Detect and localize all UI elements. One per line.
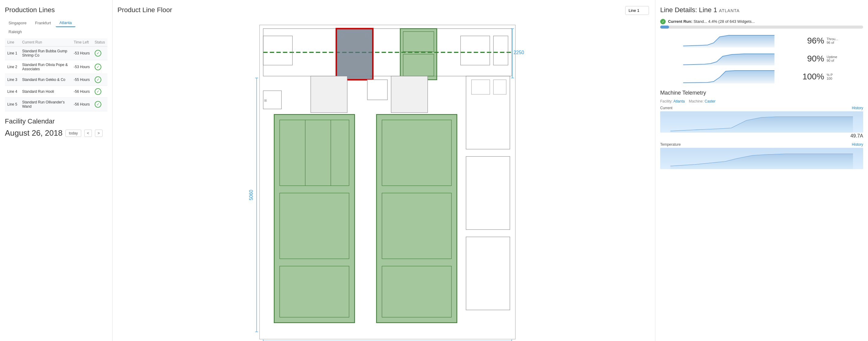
col-current-run: Current Run: [20, 38, 71, 46]
today-button[interactable]: today: [65, 130, 81, 137]
svg-rect-21: [376, 114, 457, 323]
telemetry-current: Current History 49.7A: [660, 106, 863, 139]
table-row[interactable]: Line 2 Standard Run Olivia Pope & Associ…: [5, 60, 107, 74]
tab-atlanta[interactable]: Atlanta: [56, 19, 75, 27]
current-chart-area: [660, 111, 863, 133]
location-tabs: Singapore Frankfurt Atlanta: [5, 19, 107, 27]
telemetry-subtitle: Facility: Atlanta Machine: Caster: [660, 99, 863, 103]
telemetry-temp-header: Temperature History: [660, 142, 863, 147]
cell-line: Line 3: [5, 74, 20, 86]
cell-time: -56 Hours: [71, 86, 92, 98]
cell-status: ✓: [92, 98, 107, 111]
cell-line: Line 2: [5, 60, 20, 74]
svg-rect-36: [461, 36, 490, 65]
calendar-date-row: August 26, 2018 today < >: [5, 128, 107, 138]
percent-p-chart: [660, 68, 798, 85]
current-run-section: ✓ Current Run: Stand... 4.4% (28 of 643 …: [660, 19, 863, 29]
svg-rect-15: [274, 114, 354, 323]
machine-label: Machine:: [689, 99, 704, 103]
facility-calendar-title: Facility Calendar: [5, 117, 107, 125]
cell-status: ✓: [92, 86, 107, 98]
throughput-value: 96%: [800, 36, 824, 45]
percent-p-value: 100%: [800, 72, 824, 82]
floor-title: Product Line Floor: [118, 6, 650, 14]
facility-value[interactable]: Atlanta: [673, 99, 685, 103]
svg-rect-40: [367, 80, 387, 100]
details-city: ATLANTA: [719, 8, 740, 13]
uptime-value: 90%: [800, 54, 824, 64]
status-check-icon: ✓: [95, 101, 101, 108]
svg-rect-45: [494, 80, 506, 94]
tab-raleigh[interactable]: Raleigh: [5, 28, 107, 35]
svg-rect-35: [263, 36, 292, 65]
status-check-icon: ✓: [95, 50, 101, 57]
cell-time: -56 Hours: [71, 98, 92, 111]
cell-run: Standard Run Bubba Gump Shrimp Co: [20, 46, 71, 60]
telemetry-current-label: Current: [660, 106, 672, 110]
throughput-label: Throu... 96 of: [827, 37, 863, 44]
throughput-chart: [660, 32, 798, 49]
telemetry-temp-label: Temperature: [660, 142, 681, 147]
history-link-current[interactable]: History: [852, 106, 863, 110]
progress-bar-outer: [660, 26, 863, 29]
machine-value[interactable]: Caster: [705, 99, 715, 103]
current-run-label: ✓ Current Run: Stand... 4.4% (28 of 643 …: [660, 19, 863, 24]
cell-run: Standard Run Olivia Pope & Associates: [20, 60, 71, 74]
cell-line: Line 4: [5, 86, 20, 98]
line-selector[interactable]: Line 1 Line 2 Line 3: [625, 6, 649, 15]
table-row[interactable]: Line 5 Standard Run Ollivander's Wand -5…: [5, 98, 107, 111]
current-run-text: Current Run:: [668, 19, 692, 24]
metrics-section: 96% Throu... 96 of: [660, 32, 863, 85]
tab-frankfurt[interactable]: Frankfurt: [31, 19, 55, 27]
prev-button[interactable]: <: [84, 130, 92, 137]
table-row[interactable]: Line 3 Standard Run Gekko & Co -55 Hours…: [5, 74, 107, 86]
production-table: Line Current Run Time Left Status Line 1…: [5, 38, 107, 111]
progress-bar-inner: [660, 26, 669, 29]
production-lines-title: Production Lines: [5, 6, 107, 14]
cell-status: ✓: [92, 74, 107, 86]
svg-rect-37: [494, 36, 508, 65]
cell-line: Line 1: [5, 46, 20, 60]
status-check-icon: ✓: [95, 76, 101, 83]
telemetry-current-header: Current History: [660, 106, 863, 110]
cell-time: -53 Hours: [71, 46, 92, 60]
cell-time: -55 Hours: [71, 74, 92, 86]
percent-p-label: % P 100: [827, 73, 863, 80]
cell-status: ✓: [92, 60, 107, 74]
svg-rect-43: [466, 76, 510, 149]
svg-text:⊞: ⊞: [264, 98, 267, 102]
col-time-left: Time Left: [71, 38, 92, 46]
status-ok-icon: ✓: [660, 19, 666, 24]
metric-percent-p: 100% % P 100: [660, 68, 863, 85]
details-title-main: Line Details: Line 1: [660, 6, 719, 14]
svg-rect-47: [466, 237, 510, 310]
status-check-icon: ✓: [95, 64, 101, 70]
facility-label: Facility:: [660, 99, 673, 103]
svg-text:2250: 2250: [514, 50, 524, 55]
temperature-chart-area: [660, 148, 863, 169]
cell-run: Standard Run Gekko & Co: [20, 74, 71, 86]
cell-run: Standard Run Hooli: [20, 86, 71, 98]
status-check-icon: ✓: [95, 88, 101, 95]
table-row[interactable]: Line 4 Standard Run Hooli -56 Hours ✓: [5, 86, 107, 98]
svg-rect-41: [311, 76, 347, 113]
calendar-date-text: August 26, 2018: [5, 128, 62, 138]
right-panel: Line Details: Line 1 ATLANTA ✓ Current R…: [655, 0, 868, 341]
details-title: Line Details: Line 1 ATLANTA: [660, 6, 863, 14]
cell-time: -53 Hours: [71, 60, 92, 74]
telemetry-temperature: Temperature History: [660, 142, 863, 169]
middle-panel: Product Line Floor Line 1 Line 2 Line 3 …: [113, 0, 655, 341]
tab-singapore[interactable]: Singapore: [5, 19, 30, 27]
cell-run: Standard Run Ollivander's Wand: [20, 98, 71, 111]
col-line: Line: [5, 38, 20, 46]
cell-status: ✓: [92, 46, 107, 60]
telemetry-title: Machine Telemetry: [660, 90, 863, 96]
left-panel: Production Lines Singapore Frankfurt Atl…: [0, 0, 113, 341]
metric-uptime: 90% Uptime 90 of: [660, 50, 863, 67]
svg-rect-42: [391, 76, 428, 113]
next-button[interactable]: >: [95, 130, 102, 137]
history-link-temperature[interactable]: History: [852, 142, 863, 147]
table-row[interactable]: Line 1 Standard Run Bubba Gump Shrimp Co…: [5, 46, 107, 60]
col-status: Status: [92, 38, 107, 46]
uptime-label: Uptime 90 of: [827, 55, 863, 62]
